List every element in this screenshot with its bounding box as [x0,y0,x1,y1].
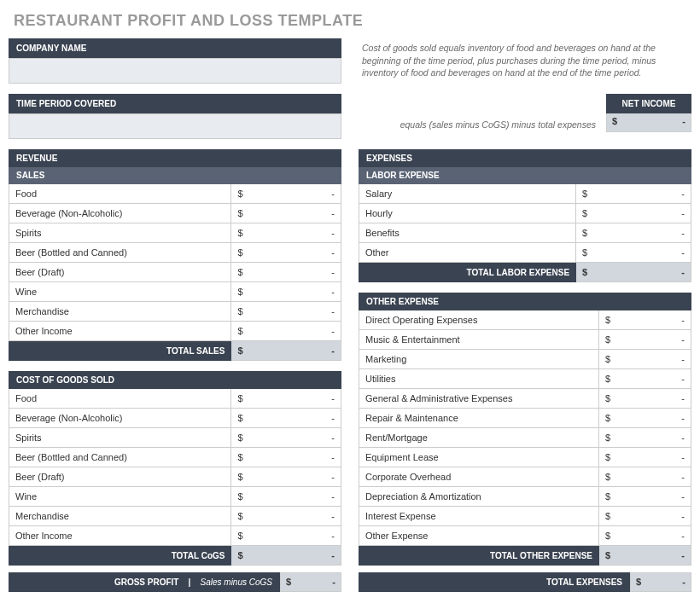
cogs-item-value-cell[interactable]: $- [231,507,341,526]
cogs-header: COST OF GOODS SOLD [9,372,341,389]
other-item-label[interactable]: Repair & Maintenance [359,409,599,428]
other-item-row: Music & Entertainment$- [359,330,691,350]
other-expense-header: OTHER EXPENSE [359,293,691,310]
revenue-item-label[interactable]: Beer (Bottled and Canned) [9,243,231,263]
other-item-value-cell[interactable]: $- [599,350,691,369]
total-other-label: TOTAL OTHER EXPENSE [359,546,599,566]
cogs-item-value-cell[interactable]: $- [231,487,341,507]
other-item-value-cell[interactable]: $- [599,507,691,526]
other-item-label[interactable]: Music & Entertainment [359,330,599,350]
cogs-item-label[interactable]: Food [9,389,231,409]
other-item-value-cell[interactable]: $- [599,409,691,428]
other-item-value-cell[interactable]: $- [599,310,691,330]
gross-profit-amount: - [296,573,341,591]
revenue-item-label[interactable]: Food [9,184,231,204]
total-expenses-row: TOTAL EXPENSES $ - [359,572,691,592]
other-item-label[interactable]: Depreciation & Amortization [359,487,599,507]
cogs-item-amount: - [331,491,335,502]
revenue-item-row: Beverage (Non-Alcoholic)$- [9,204,341,223]
cogs-item-currency: $ [237,432,242,443]
time-period-label: TIME PERIOD COVERED [9,94,341,113]
total-labor-value: $ - [576,263,691,282]
cogs-item-value-cell[interactable]: $- [231,389,341,409]
other-item-value-cell[interactable]: $- [599,330,691,350]
cogs-item-amount: - [331,452,335,462]
other-item-label[interactable]: Direct Operating Expenses [359,310,599,330]
other-item-currency: $ [605,452,610,462]
labor-item-row: Hourly$- [359,204,691,223]
labor-item-label[interactable]: Hourly [359,204,576,223]
labor-item-label[interactable]: Other [359,243,576,263]
other-item-row: General & Administrative Expenses$- [359,389,691,409]
gross-profit-currency: $ [281,573,296,591]
labor-item-value-cell[interactable]: $- [576,204,691,223]
sales-header: SALES [9,167,341,184]
other-item-value-cell[interactable]: $- [599,526,691,546]
revenue-item-label[interactable]: Beverage (Non-Alcoholic) [9,204,231,223]
cogs-item-row: Food$- [9,389,341,409]
cogs-item-label[interactable]: Beer (Bottled and Canned) [9,448,231,467]
other-item-label[interactable]: Equipment Lease [359,448,599,467]
revenue-item-value-cell[interactable]: $- [231,204,341,223]
other-item-value-cell[interactable]: $- [599,428,691,448]
cogs-item-label[interactable]: Beverage (Non-Alcoholic) [9,409,231,428]
revenue-item-value-cell[interactable]: $- [231,263,341,282]
labor-item-label[interactable]: Salary [359,184,576,204]
labor-item-label[interactable]: Benefits [359,223,576,243]
cogs-item-row: Wine$- [9,487,341,507]
revenue-item-value-cell[interactable]: $- [231,223,341,243]
other-item-label[interactable]: Other Expense [359,526,599,546]
revenue-item-label[interactable]: Merchandise [9,302,231,322]
revenue-item-value-cell[interactable]: $- [231,243,341,263]
cogs-item-label[interactable]: Merchandise [9,507,231,526]
other-item-row: Utilities$- [359,369,691,389]
cogs-item-value-cell[interactable]: $- [231,526,341,546]
cogs-item-label[interactable]: Wine [9,487,231,507]
other-item-label[interactable]: Corporate Overhead [359,467,599,487]
other-item-row: Rent/Mortgage$- [359,428,691,448]
cogs-item-row: Beer (Bottled and Canned)$- [9,448,341,467]
revenue-item-label[interactable]: Spirits [9,223,231,243]
revenue-item-value-cell[interactable]: $- [231,302,341,322]
company-name-input[interactable] [9,58,341,84]
labor-item-currency: $ [582,208,587,218]
other-item-amount: - [681,354,685,364]
cogs-item-label[interactable]: Spirits [9,428,231,448]
revenue-item-value-cell[interactable]: $- [231,184,341,204]
cogs-item-value-cell[interactable]: $- [231,409,341,428]
other-item-value-cell[interactable]: $- [599,467,691,487]
time-period-input[interactable] [9,113,341,139]
other-item-value-cell[interactable]: $- [599,448,691,467]
labor-item-currency: $ [582,189,587,199]
other-item-amount: - [681,393,685,403]
other-item-value-cell[interactable]: $- [599,487,691,507]
labor-item-value-cell[interactable]: $- [576,243,691,263]
other-item-amount: - [681,315,685,325]
revenue-item-label[interactable]: Wine [9,282,231,302]
cogs-item-value-cell[interactable]: $- [231,428,341,448]
cogs-item-amount: - [331,393,335,403]
other-item-value-cell[interactable]: $- [599,389,691,409]
other-item-label[interactable]: Marketing [359,350,599,369]
other-item-label[interactable]: General & Administrative Expenses [359,389,599,409]
revenue-item-label[interactable]: Beer (Draft) [9,263,231,282]
other-expense-table: OTHER EXPENSE Direct Operating Expenses$… [359,293,691,566]
other-item-label[interactable]: Interest Expense [359,507,599,526]
other-item-row: Depreciation & Amortization$- [359,487,691,507]
other-item-value-cell[interactable]: $- [599,369,691,389]
total-sales-currency: $ [237,345,242,356]
labor-item-value-cell[interactable]: $- [576,223,691,243]
cogs-item-label[interactable]: Other Income [9,526,231,546]
cogs-item-value-cell[interactable]: $- [231,448,341,467]
cogs-item-label[interactable]: Beer (Draft) [9,467,231,487]
other-item-label[interactable]: Utilities [359,369,599,389]
revenue-item-label[interactable]: Other Income [9,322,231,341]
revenue-item-value-cell[interactable]: $- [231,322,341,341]
cogs-item-currency: $ [237,452,242,462]
other-item-label[interactable]: Rent/Mortgage [359,428,599,448]
labor-item-value-cell[interactable]: $- [576,184,691,204]
revenue-item-value-cell[interactable]: $- [231,282,341,302]
cogs-item-value-cell[interactable]: $- [231,467,341,487]
other-item-row: Interest Expense$- [359,507,691,526]
other-item-amount: - [681,334,685,345]
